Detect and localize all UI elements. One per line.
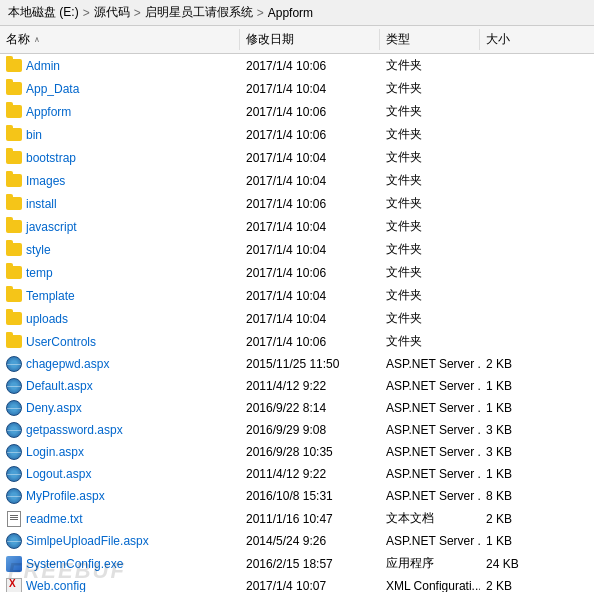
folder-icon [6, 242, 22, 258]
file-modified: 2017/1/4 10:07 [240, 576, 380, 592]
table-row[interactable]: javascript 2017/1/4 10:04 文件夹 [0, 215, 594, 238]
file-size: 1 KB [480, 531, 560, 551]
table-row[interactable]: SimlpeUploadFile.aspx 2014/5/24 9:26 ASP… [0, 530, 594, 552]
table-row[interactable]: style 2017/1/4 10:04 文件夹 [0, 238, 594, 261]
file-name[interactable]: getpassword.aspx [0, 420, 240, 440]
file-size: 1 KB [480, 464, 560, 484]
file-type: 文件夹 [380, 170, 480, 191]
file-size [480, 308, 560, 329]
file-type: ASP.NET Server ... [380, 376, 480, 396]
file-name[interactable]: SystemConfig.exe [0, 553, 240, 574]
breadcrumb-item-1[interactable]: 源代码 [94, 4, 130, 21]
file-name[interactable]: Logout.aspx [0, 464, 240, 484]
file-name[interactable]: UserControls [0, 331, 240, 352]
file-name[interactable]: SimlpeUploadFile.aspx [0, 531, 240, 551]
file-size: 3 KB [480, 442, 560, 462]
file-type: 文件夹 [380, 193, 480, 214]
file-name[interactable]: chagepwd.aspx [0, 354, 240, 374]
file-name[interactable]: readme.txt [0, 508, 240, 529]
file-name[interactable]: install [0, 193, 240, 214]
table-row[interactable]: UserControls 2017/1/4 10:06 文件夹 [0, 330, 594, 353]
file-name[interactable]: Deny.aspx [0, 398, 240, 418]
table-row[interactable]: Login.aspx 2016/9/28 10:35 ASP.NET Serve… [0, 441, 594, 463]
file-type: ASP.NET Server ... [380, 442, 480, 462]
table-row[interactable]: Template 2017/1/4 10:04 文件夹 [0, 284, 594, 307]
file-name[interactable]: MyProfile.aspx [0, 486, 240, 506]
table-row[interactable]: Web.config 2017/1/4 10:07 XML Configurat… [0, 575, 594, 592]
config-icon [6, 578, 22, 592]
file-name[interactable]: Template [0, 285, 240, 306]
file-name[interactable]: bin [0, 124, 240, 145]
table-row[interactable]: readme.txt 2011/1/16 10:47 文本文档 2 KB [0, 507, 594, 530]
file-size [480, 262, 560, 283]
table-row[interactable]: uploads 2017/1/4 10:04 文件夹 [0, 307, 594, 330]
file-type: ASP.NET Server ... [380, 464, 480, 484]
file-name[interactable]: Admin [0, 55, 240, 76]
file-modified: 2017/1/4 10:06 [240, 55, 380, 76]
folder-icon [6, 288, 22, 304]
file-size [480, 239, 560, 260]
file-size: 2 KB [480, 354, 560, 374]
breadcrumb-item-2[interactable]: 启明星员工请假系统 [145, 4, 253, 21]
file-name[interactable]: uploads [0, 308, 240, 329]
folder-icon [6, 58, 22, 74]
table-row[interactable]: App_Data 2017/1/4 10:04 文件夹 [0, 77, 594, 100]
table-row[interactable]: Admin 2017/1/4 10:06 文件夹 [0, 54, 594, 77]
file-type: ASP.NET Server ... [380, 486, 480, 506]
file-modified: 2017/1/4 10:04 [240, 216, 380, 237]
breadcrumb: 本地磁盘 (E:) > 源代码 > 启明星员工请假系统 > Appform [0, 0, 594, 26]
table-row[interactable]: Images 2017/1/4 10:04 文件夹 [0, 169, 594, 192]
table-row[interactable]: install 2017/1/4 10:06 文件夹 [0, 192, 594, 215]
sort-arrow: ∧ [34, 35, 40, 44]
col-type-header[interactable]: 类型 [380, 29, 480, 50]
file-type: 文件夹 [380, 331, 480, 352]
file-size [480, 285, 560, 306]
table-row[interactable]: Default.aspx 2011/4/12 9:22 ASP.NET Serv… [0, 375, 594, 397]
table-row[interactable]: chagepwd.aspx 2015/11/25 11:50 ASP.NET S… [0, 353, 594, 375]
column-header: 名称 ∧ 修改日期 类型 大小 [0, 26, 594, 54]
col-modified-header[interactable]: 修改日期 [240, 29, 380, 50]
file-name[interactable]: Login.aspx [0, 442, 240, 462]
file-modified: 2017/1/4 10:04 [240, 239, 380, 260]
folder-icon [6, 265, 22, 281]
table-row[interactable]: SystemConfig.exe 2016/2/15 18:57 应用程序 24… [0, 552, 594, 575]
table-row[interactable]: Deny.aspx 2016/9/22 8:14 ASP.NET Server … [0, 397, 594, 419]
file-name[interactable]: bootstrap [0, 147, 240, 168]
file-size [480, 193, 560, 214]
table-row[interactable]: bin 2017/1/4 10:06 文件夹 [0, 123, 594, 146]
table-row[interactable]: Appform 2017/1/4 10:06 文件夹 [0, 100, 594, 123]
file-modified: 2016/10/8 15:31 [240, 486, 380, 506]
file-name[interactable]: style [0, 239, 240, 260]
file-name[interactable]: Appform [0, 101, 240, 122]
file-name[interactable]: javascript [0, 216, 240, 237]
breadcrumb-item-0[interactable]: 本地磁盘 (E:) [8, 4, 79, 21]
breadcrumb-sep-0: > [83, 6, 90, 20]
table-row[interactable]: temp 2017/1/4 10:06 文件夹 [0, 261, 594, 284]
file-type: 文件夹 [380, 239, 480, 260]
file-name[interactable]: Web.config [0, 576, 240, 592]
file-modified: 2017/1/4 10:06 [240, 193, 380, 214]
table-row[interactable]: Logout.aspx 2011/4/12 9:22 ASP.NET Serve… [0, 463, 594, 485]
file-modified: 2017/1/4 10:04 [240, 78, 380, 99]
table-row[interactable]: getpassword.aspx 2016/9/29 9:08 ASP.NET … [0, 419, 594, 441]
file-name[interactable]: App_Data [0, 78, 240, 99]
file-modified: 2017/1/4 10:06 [240, 331, 380, 352]
folder-icon [6, 311, 22, 327]
col-size-header[interactable]: 大小 [480, 29, 560, 50]
file-size [480, 331, 560, 352]
file-size: 2 KB [480, 576, 560, 592]
breadcrumb-item-3[interactable]: Appform [268, 6, 313, 20]
file-type: 文本文档 [380, 508, 480, 529]
file-size: 24 KB [480, 553, 560, 574]
file-type: 文件夹 [380, 101, 480, 122]
file-name[interactable]: Images [0, 170, 240, 191]
file-size: 1 KB [480, 398, 560, 418]
file-name[interactable]: temp [0, 262, 240, 283]
table-row[interactable]: MyProfile.aspx 2016/10/8 15:31 ASP.NET S… [0, 485, 594, 507]
aspx-icon [6, 444, 22, 460]
file-modified: 2016/9/29 9:08 [240, 420, 380, 440]
file-name[interactable]: Default.aspx [0, 376, 240, 396]
col-name-header[interactable]: 名称 ∧ [0, 29, 240, 50]
file-modified: 2015/11/25 11:50 [240, 354, 380, 374]
table-row[interactable]: bootstrap 2017/1/4 10:04 文件夹 [0, 146, 594, 169]
